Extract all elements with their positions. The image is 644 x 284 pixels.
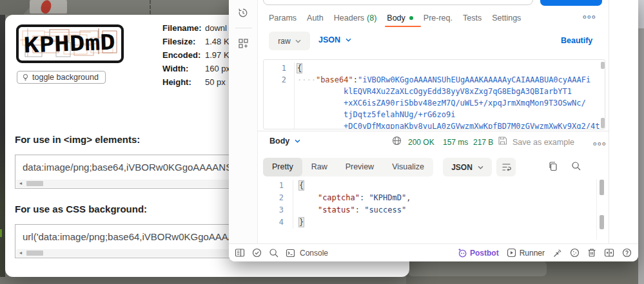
- colon: :: [360, 193, 369, 202]
- new-grid-icon[interactable]: [238, 38, 249, 49]
- copy-icon[interactable]: [548, 161, 558, 171]
- meta-label: Width:: [162, 64, 205, 73]
- json-key: "captcha": [318, 193, 360, 202]
- body-format-dropdown[interactable]: JSON: [318, 35, 351, 44]
- scrollbar-thumb[interactable]: [26, 181, 43, 186]
- response-status-badge[interactable]: 200 OK: [408, 138, 434, 147]
- tab-params[interactable]: Params: [269, 14, 297, 23]
- cookies-icon[interactable]: [570, 248, 580, 258]
- captcha-image: KPHDmD: [16, 24, 124, 63]
- meta-row: Filesize:1.48 K: [162, 37, 230, 46]
- json-string: +xXC6isZA90riSbbv48ezM7Q/uWL5+/xpqJrmXmq…: [344, 99, 586, 108]
- toggle-background-button[interactable]: toggle background: [17, 71, 106, 84]
- meta-value: downl: [205, 23, 227, 32]
- line-number: 4: [263, 216, 293, 229]
- scroll-left-arrow-icon[interactable]: ◂: [16, 249, 25, 257]
- brace: {: [299, 181, 304, 190]
- meta-label: Filename:: [162, 23, 205, 32]
- body-format-label: JSON: [318, 35, 340, 44]
- wrap-text-button[interactable]: [496, 158, 516, 176]
- body-type-dropdown[interactable]: raw: [269, 32, 310, 50]
- tab-body-label: Body: [387, 14, 405, 23]
- history-icon[interactable]: [237, 7, 249, 19]
- view-tab-raw[interactable]: Raw: [302, 158, 337, 176]
- meta-value: 160 px: [205, 64, 230, 73]
- indent: [299, 193, 318, 202]
- postbot-icon: [457, 248, 467, 258]
- code-line: 3 "status": "success": [263, 204, 411, 216]
- send-button[interactable]: [540, 0, 602, 6]
- editor-scrollbar-thumb[interactable]: [601, 118, 605, 128]
- line-number: 1: [263, 180, 293, 192]
- tab-tests[interactable]: Tests: [463, 14, 482, 23]
- colon: :: [355, 205, 364, 214]
- meta-value: 50 px: [205, 77, 226, 86]
- chevron-down-icon: [295, 39, 301, 43]
- scroll-left-arrow-icon[interactable]: ◂: [16, 180, 25, 187]
- search-icon[interactable]: [571, 161, 581, 171]
- view-tab-visualize[interactable]: Visualize: [383, 158, 433, 176]
- section-divider: [258, 131, 609, 131]
- runner-label: Runner: [520, 249, 545, 258]
- runner-icon: [507, 248, 516, 258]
- runner-button[interactable]: Runner: [507, 248, 545, 258]
- line-number: [264, 120, 295, 129]
- rail-divider: [235, 28, 252, 28]
- chevron-down-icon: [346, 38, 351, 42]
- capture-requests-icon[interactable]: [552, 248, 562, 258]
- scrollbar-thumb[interactable]: [26, 251, 43, 256]
- response-pane-label: Body: [269, 137, 289, 146]
- response-time-badge[interactable]: 157 ms: [443, 138, 468, 147]
- code-line-wrapped: tjDqtz5felahNUg/+rG6zo9i: [264, 109, 605, 120]
- tab-auth[interactable]: Auth: [307, 14, 324, 23]
- postman-window: Params Auth Headers(8) Body Pre-req. Tes…: [229, 0, 638, 261]
- request-url-input[interactable]: [263, 0, 533, 5]
- more-options-icon[interactable]: ooo: [583, 14, 596, 20]
- code-line: 4}: [263, 216, 411, 229]
- tab-pre-request[interactable]: Pre-req.: [424, 14, 453, 23]
- postbot-button[interactable]: Postbot: [457, 248, 499, 258]
- response-scrollbar-track[interactable]: [596, 179, 597, 240]
- beautify-link[interactable]: Beautify: [561, 36, 592, 45]
- save-as-example-button[interactable]: Save as example: [512, 138, 574, 147]
- response-scrollbar-thumb[interactable]: [600, 215, 604, 229]
- split-panes-icon[interactable]: [604, 248, 614, 258]
- editor-scrollbar-thumb[interactable]: [601, 62, 605, 69]
- code-line: 1{: [264, 62, 605, 74]
- brace: {: [297, 64, 302, 73]
- tab-body[interactable]: Body: [387, 14, 413, 23]
- help-icon[interactable]: [622, 248, 632, 258]
- response-more-options-icon[interactable]: ooo: [593, 140, 607, 147]
- line-number: 3: [263, 204, 293, 216]
- meta-row: Width:160 px: [162, 64, 230, 73]
- tab-settings[interactable]: Settings: [492, 14, 521, 23]
- backdrop-dimmed-card: [408, 261, 547, 276]
- response-pane-dropdown[interactable]: Body: [269, 137, 300, 146]
- view-tab-preview[interactable]: Preview: [337, 158, 383, 176]
- code-line: 2····"base64":"iVBORw0KGgoAAAANSUhEUgAAA…: [264, 74, 605, 86]
- view-tab-pretty[interactable]: Pretty: [263, 158, 302, 176]
- page-scrollbar[interactable]: [638, 0, 644, 284]
- trash-icon[interactable]: [587, 248, 596, 258]
- json-value: "success": [364, 205, 406, 214]
- console-button[interactable]: Console: [300, 249, 328, 258]
- response-body-viewer[interactable]: 1{ 2 "captcha": "KPHDmD", 3 "status": "s…: [263, 180, 411, 229]
- request-tabs: Params Auth Headers(8) Body Pre-req. Tes…: [269, 10, 521, 26]
- line-number: [264, 97, 295, 109]
- page-scrollbar-thumb[interactable]: [638, 28, 644, 284]
- comma: ,: [406, 193, 411, 202]
- tab-headers[interactable]: Headers(8): [334, 14, 377, 23]
- wrap-text-icon: [502, 163, 511, 171]
- brace: }: [299, 218, 304, 227]
- img-section-heading: For use in <img> elements:: [15, 134, 140, 145]
- response-format-dropdown[interactable]: JSON: [443, 158, 492, 176]
- request-body-editor[interactable]: 1{ 2····"base64":"iVBORw0KGgoAAAANSUhEUg…: [263, 59, 605, 129]
- body-type-label: raw: [278, 37, 290, 46]
- sidebar-toggle-icon[interactable]: [235, 248, 245, 258]
- json-string: +DC0vDfMxgpnaKbv8yuLA0zGVwzmXwKpfBD7M0zG…: [344, 122, 600, 129]
- console-icon[interactable]: [286, 249, 295, 258]
- search-icon[interactable]: [269, 248, 278, 258]
- checks-icon[interactable]: [252, 248, 262, 258]
- response-size-badge[interactable]: 217 B: [473, 138, 493, 147]
- response-scrollbar-thumb[interactable]: [600, 180, 604, 195]
